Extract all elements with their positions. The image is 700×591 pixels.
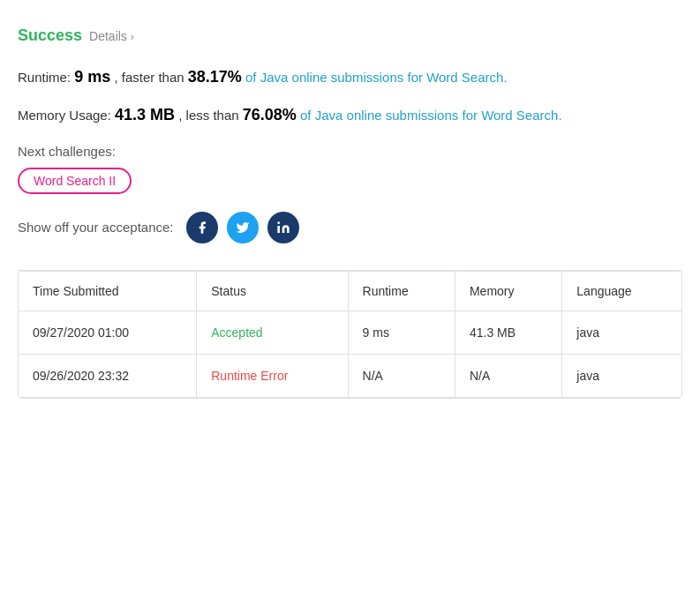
svg-rect-0	[277, 226, 280, 233]
share-row: Show off your acceptance:	[18, 212, 682, 243]
page-header: Success Details ›	[18, 26, 682, 45]
runtime-percent: 38.17%	[188, 68, 242, 86]
col-memory: Memory	[455, 272, 561, 311]
cell-language: java	[562, 310, 681, 354]
col-language: Language	[562, 272, 681, 311]
memory-percent: 76.08%	[243, 106, 297, 123]
cell-status: Accepted	[197, 310, 348, 354]
next-challenges-label: Next challenges:	[18, 144, 682, 159]
col-status: Status	[197, 272, 348, 311]
share-label: Show off your acceptance:	[18, 220, 174, 235]
memory-suffix: of Java online submissions for Word Sear…	[300, 108, 562, 123]
cell-time: 09/26/2020 23:32	[19, 354, 197, 397]
memory-value: 41.3 MB	[115, 106, 175, 123]
memory-info: Memory Usage: 41.3 MB , less than 76.08%…	[18, 102, 682, 128]
linkedin-icon[interactable]	[267, 212, 299, 243]
memory-prefix: Memory Usage:	[18, 108, 111, 123]
runtime-suffix: of Java online submissions for Word Sear…	[245, 70, 508, 85]
table-row: 09/26/2020 23:32Runtime ErrorN/AN/Ajava	[19, 354, 681, 397]
table-header-row: Time Submitted Status Runtime Memory Lan…	[19, 272, 681, 311]
svg-point-1	[277, 221, 280, 224]
word-search-ii-button[interactable]: Word Search II	[18, 168, 132, 194]
submissions-table: Time Submitted Status Runtime Memory Lan…	[19, 272, 681, 398]
submissions-table-wrapper: Time Submitted Status Runtime Memory Lan…	[18, 271, 682, 399]
runtime-prefix: Runtime:	[18, 70, 71, 85]
social-icons	[186, 212, 299, 243]
table-row: 09/27/2020 01:00Accepted9 ms41.3 MBjava	[19, 310, 681, 354]
details-link[interactable]: Details ›	[89, 29, 134, 43]
col-runtime: Runtime	[348, 272, 455, 311]
twitter-icon[interactable]	[227, 212, 259, 243]
cell-memory: 41.3 MB	[455, 310, 561, 354]
cell-memory: N/A	[455, 354, 561, 397]
cell-language: java	[562, 354, 681, 397]
runtime-info: Runtime: 9 ms , faster than 38.17% of Ja…	[18, 64, 682, 90]
chevron-icon: ›	[131, 31, 134, 43]
cell-runtime: 9 ms	[348, 310, 455, 354]
cell-status: Runtime Error	[197, 354, 348, 397]
runtime-value: 9 ms	[74, 68, 110, 86]
facebook-icon[interactable]	[186, 212, 218, 243]
runtime-middle: , faster than	[114, 70, 184, 85]
cell-time: 09/27/2020 01:00	[19, 310, 197, 354]
success-label: Success	[18, 26, 82, 45]
memory-middle: , less than	[178, 108, 238, 123]
col-time-submitted: Time Submitted	[19, 272, 197, 311]
cell-runtime: N/A	[348, 354, 455, 397]
